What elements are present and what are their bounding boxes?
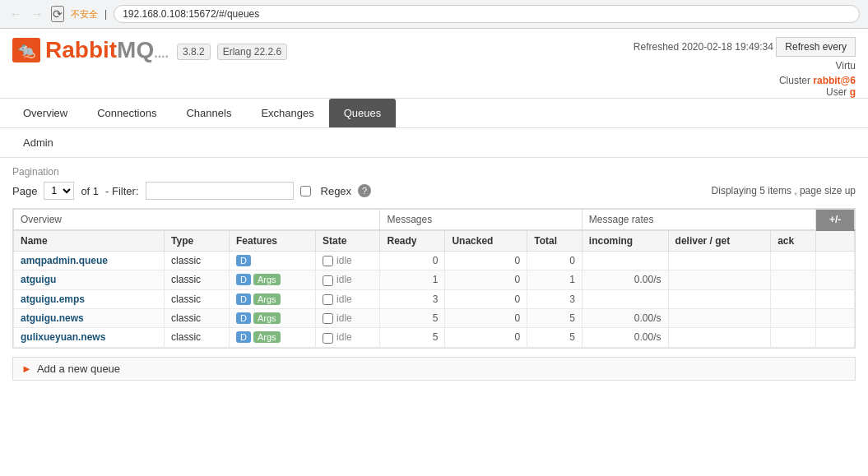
section-message-rates: Message rates	[582, 210, 815, 231]
state-label: idle	[337, 255, 352, 266]
nav-item-admin[interactable]: Admin	[8, 128, 68, 157]
section-header-row: Overview Messages Message rates +/-	[14, 210, 855, 231]
chevron-right-icon: ►	[21, 363, 32, 375]
queue-name-link[interactable]: atguigu.news	[21, 312, 84, 324]
table-wrapper: Overview Messages Message rates +/- Name…	[12, 208, 856, 349]
table-row: gulixueyuan.newsclassicDArgsidle5050.00/…	[14, 328, 855, 347]
col-deliver-get: deliver / get	[668, 230, 771, 252]
header-right: Refreshed 2020-02-18 19:49:34 Refresh ev…	[634, 37, 856, 98]
queue-ack	[771, 289, 816, 308]
queue-incoming: 0.00/s	[582, 270, 668, 289]
user-label: User	[826, 86, 847, 98]
queue-deliver-get	[668, 328, 771, 347]
nav-item-exchanges[interactable]: Exchanges	[246, 99, 328, 127]
queue-deliver-get	[668, 308, 771, 327]
url-bar[interactable]: 192.168.0.108:15672/#/queues	[114, 5, 860, 23]
section-messages: Messages	[380, 210, 582, 231]
queue-features: DArgs	[230, 289, 316, 308]
logo-mq: MQ	[117, 37, 154, 62]
queue-name-link[interactable]: atguigu	[21, 274, 56, 285]
queue-extra	[816, 270, 855, 289]
add-queue-label: Add a new queue	[37, 363, 120, 375]
queue-state: idle	[316, 270, 380, 289]
state-checkbox[interactable]	[323, 294, 333, 305]
user-name: g	[850, 86, 856, 98]
refreshed-label: Refreshed 2020-02-18 19:49:34	[634, 41, 773, 53]
queue-ack	[771, 308, 816, 327]
nav-item-queues[interactable]: Queues	[329, 99, 397, 127]
state-checkbox[interactable]	[323, 256, 333, 266]
refreshed-text: Refreshed 2020-02-18 19:49:34 Refresh ev…	[634, 37, 856, 57]
nav-item-overview[interactable]: Overview	[8, 99, 82, 127]
queue-name-link[interactable]: atguigu.emps	[21, 293, 85, 305]
feature-d-tag: D	[236, 293, 251, 305]
col-ack: ack	[771, 230, 816, 252]
forward-button[interactable]: →	[30, 7, 44, 21]
queue-name-link[interactable]: gulixueyuan.news	[21, 331, 105, 343]
table-row: atguiguclassicDArgsidle1010.00/s	[14, 270, 855, 289]
queue-extra	[816, 328, 855, 347]
queue-features: DArgs	[230, 328, 316, 347]
help-button[interactable]: ?	[358, 184, 371, 197]
of-label: of 1	[81, 185, 99, 197]
state-checkbox[interactable]	[323, 313, 333, 324]
queue-state: idle	[316, 289, 380, 308]
table-row: amqpadmin.queueclassicDidle000	[14, 252, 855, 270]
queues-table-section: Overview Messages Message rates +/- Name…	[12, 208, 856, 349]
queue-type: classic	[165, 252, 230, 270]
url-separator: |	[104, 8, 107, 20]
queue-ready: 5	[380, 328, 445, 347]
state-checkbox[interactable]	[323, 333, 333, 344]
queue-features: DArgs	[230, 308, 316, 327]
queue-deliver-get	[668, 252, 771, 270]
add-queue-section[interactable]: ► Add a new queue	[12, 357, 856, 381]
nav-bar: Overview Connections Channels Exchanges …	[0, 99, 868, 128]
regex-checkbox[interactable]	[300, 186, 311, 196]
state-checkbox[interactable]	[323, 275, 333, 286]
logo-area: 🐀 RabbitMQ.... 3.8.2 Erlang 22.2.6	[12, 37, 287, 63]
pagination-title: Pagination	[12, 166, 856, 178]
queue-extra	[816, 308, 855, 327]
queue-name-link[interactable]: amqpadmin.queue	[21, 255, 108, 266]
queue-unacked: 0	[445, 308, 527, 327]
filter-label: - Filter:	[105, 185, 138, 197]
queue-deliver-get	[668, 289, 771, 308]
section-plus[interactable]: +/-	[816, 210, 855, 231]
queue-total: 0	[527, 252, 583, 270]
queue-total: 1	[527, 270, 583, 289]
queue-features: D	[230, 252, 316, 270]
reload-button[interactable]: ⟳	[51, 6, 64, 22]
queue-state: idle	[316, 308, 380, 327]
app-header: 🐀 RabbitMQ.... 3.8.2 Erlang 22.2.6 Refre…	[0, 29, 868, 99]
nav-item-channels[interactable]: Channels	[171, 99, 246, 127]
queue-total: 5	[527, 328, 583, 347]
queues-table: Overview Messages Message rates +/- Name…	[13, 209, 855, 348]
user-info: User g	[634, 86, 856, 98]
browser-bar: ← → ⟳ 不安全 | 192.168.0.108:15672/#/queues	[0, 0, 868, 29]
col-total: Total	[527, 230, 583, 252]
refresh-every-button[interactable]: Refresh every	[776, 37, 856, 57]
back-button[interactable]: ←	[8, 7, 23, 21]
queue-unacked: 0	[445, 252, 527, 270]
queue-state: idle	[316, 252, 380, 270]
queue-type: classic	[165, 270, 230, 289]
feature-d-tag: D	[236, 274, 251, 285]
queue-ack	[771, 328, 816, 347]
queue-incoming	[582, 289, 668, 308]
nav-item-connections[interactable]: Connections	[82, 99, 171, 127]
nav-bar-2: Admin	[0, 128, 868, 158]
col-features: Features	[230, 230, 316, 252]
queue-unacked: 0	[445, 328, 527, 347]
queue-unacked: 0	[445, 289, 527, 308]
queue-extra	[816, 289, 855, 308]
queue-incoming: 0.00/s	[582, 308, 668, 327]
col-ready: Ready	[380, 230, 445, 252]
cluster-name: rabbit@6	[813, 75, 856, 86]
cluster-info: Cluster rabbit@6	[634, 75, 856, 86]
filter-input[interactable]	[146, 182, 294, 200]
col-type: Type	[165, 230, 230, 252]
queue-ready: 5	[380, 308, 445, 327]
page-select[interactable]: 1	[44, 182, 74, 200]
table-row: atguigu.newsclassicDArgsidle5050.00/s	[14, 308, 855, 327]
queue-ready: 0	[380, 252, 445, 270]
